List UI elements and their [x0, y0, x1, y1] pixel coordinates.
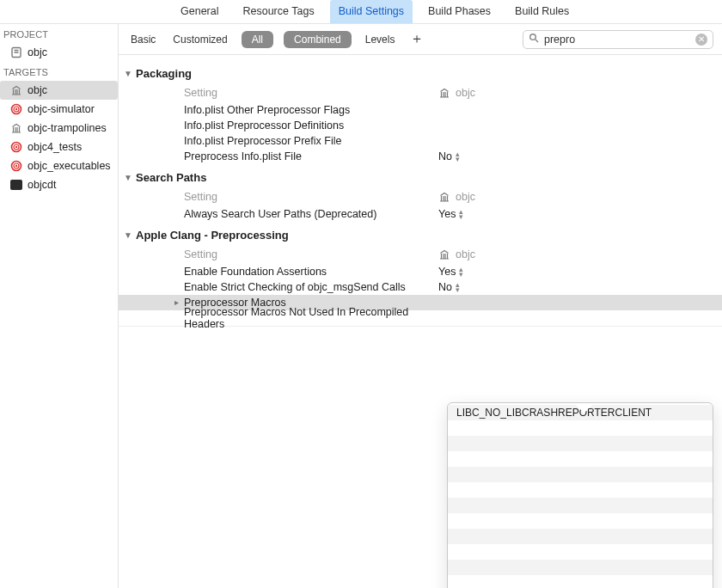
target-label: objcdt: [28, 179, 56, 191]
target-item-objc-simulator[interactable]: objc-simulator: [0, 100, 118, 119]
setting-row[interactable]: Info.plist Preprocessor Definitions: [119, 118, 722, 133]
macro-row[interactable]: [448, 451, 713, 467]
target-icon: [10, 141, 22, 153]
setting-name: Enable Strict Checking of objc_msgSend C…: [184, 281, 438, 293]
project-item-label: objc: [28, 46, 47, 58]
scope-seg-all: All: [242, 31, 273, 48]
project-section-header: PROJECT: [0, 24, 118, 43]
target-item-objcdt[interactable]: objcdt: [0, 175, 118, 194]
stepper-icon: ▴▾: [456, 151, 460, 162]
stepper-icon: ▴▾: [459, 209, 463, 219]
terminal-icon: [10, 179, 22, 191]
disclosure-triangle-icon: ▼: [124, 230, 132, 240]
project-item-objc[interactable]: objc: [0, 43, 118, 62]
target-item-objc[interactable]: objc: [0, 81, 118, 100]
group-title: Packaging: [136, 67, 192, 80]
target-item-objc-executables[interactable]: objc_executables: [0, 156, 118, 175]
setting-row[interactable]: Always Search User Paths (Deprecated) Ye…: [119, 206, 722, 222]
macro-row[interactable]: [448, 436, 713, 451]
setting-value[interactable]: Yes ▴▾: [438, 208, 463, 220]
tab-build-rules[interactable]: Build Rules: [506, 0, 578, 23]
editor-tabs: General Resource Tags Build Settings Bui…: [0, 0, 722, 24]
group-header-clang-preprocessing[interactable]: ▼ Apple Clang - Preprocessing: [119, 222, 722, 245]
setting-row[interactable]: Preprocessor Macros Not Used In Precompi…: [119, 310, 722, 326]
setting-name: Info.plist Other Preprocessor Flags: [184, 104, 438, 116]
setting-name: Preprocess Info.plist File: [184, 150, 438, 162]
setting-name: Always Search User Paths (Deprecated): [184, 208, 438, 220]
macros-popover: LIBC_NO_LIBCRASHREPORTERCLIENT ＋: [447, 402, 713, 588]
group-title: Apple Clang - Preprocessing: [136, 229, 289, 242]
framework-icon: [10, 84, 22, 96]
search-icon: [529, 33, 539, 46]
setting-value[interactable]: Yes ▴▾: [438, 266, 463, 278]
macro-row[interactable]: [448, 560, 713, 575]
setting-row[interactable]: Preprocess Info.plist File No ▴▾: [119, 149, 722, 164]
svg-point-3: [15, 108, 17, 110]
columns-header: Setting objc: [119, 245, 722, 264]
clear-search-icon[interactable]: ✕: [695, 34, 707, 46]
column-setting: Setting: [184, 87, 438, 99]
tab-general[interactable]: General: [172, 0, 227, 23]
macros-list[interactable]: LIBC_NO_LIBCRASHREPORTERCLIENT: [448, 403, 713, 588]
target-label: objc_executables: [28, 160, 111, 172]
setting-name: Preprocessor Macros: [184, 297, 438, 309]
group-header-packaging[interactable]: ▼ Packaging: [119, 60, 722, 83]
column-target: objc: [456, 191, 475, 203]
disclosure-triangle-icon: ▼: [124, 69, 132, 78]
scope-all[interactable]: All: [242, 31, 273, 48]
svg-point-10: [530, 34, 536, 40]
svg-point-9: [15, 165, 17, 167]
setting-row[interactable]: Info.plist Preprocessor Prefix File: [119, 133, 722, 149]
search-field[interactable]: ✕: [523, 30, 713, 49]
columns-header: Setting objc: [119, 187, 722, 206]
macro-row[interactable]: [448, 467, 713, 482]
macro-row[interactable]: [448, 575, 713, 588]
framework-icon: [438, 87, 450, 99]
view-levels[interactable]: Levels: [362, 31, 399, 48]
scope-customized[interactable]: Customized: [169, 31, 230, 48]
macro-row[interactable]: [448, 498, 713, 513]
view-combined[interactable]: Combined: [284, 31, 352, 48]
stepper-icon: ▴▾: [456, 282, 460, 292]
target-item-objc-trampolines[interactable]: objc-trampolines: [0, 119, 118, 138]
columns-header: Setting objc: [119, 83, 722, 102]
targets-section-header: TARGETS: [0, 62, 118, 81]
tab-build-phases[interactable]: Build Phases: [419, 0, 499, 23]
view-seg: Combined: [284, 31, 352, 48]
macro-row[interactable]: [448, 529, 713, 544]
tab-resource-tags[interactable]: Resource Tags: [234, 0, 322, 23]
setting-name: Enable Foundation Assertions: [184, 266, 438, 278]
setting-value[interactable]: No ▴▾: [438, 150, 460, 162]
target-label: objc4_tests: [28, 141, 82, 153]
setting-row[interactable]: Enable Strict Checking of objc_msgSend C…: [119, 279, 722, 295]
setting-value[interactable]: No ▴▾: [438, 281, 460, 293]
column-setting: Setting: [184, 191, 438, 203]
framework-icon: [438, 248, 450, 260]
macro-row[interactable]: [448, 420, 713, 436]
macro-row[interactable]: [448, 513, 713, 529]
setting-row-preprocessor-macros[interactable]: Preprocessor Macros: [119, 295, 722, 310]
setting-name: Info.plist Preprocessor Definitions: [184, 119, 438, 132]
target-label: objc-simulator: [28, 103, 95, 115]
svg-point-6: [15, 146, 17, 148]
disclosure-triangle-icon: ▼: [124, 173, 132, 182]
target-item-objc4-tests[interactable]: objc4_tests: [0, 138, 118, 156]
macro-row[interactable]: LIBC_NO_LIBCRASHREPORTERCLIENT: [448, 405, 713, 420]
add-button[interactable]: ＋: [408, 31, 425, 48]
framework-icon: [10, 122, 22, 134]
setting-row[interactable]: Enable Foundation Assertions Yes ▴▾: [119, 264, 722, 279]
setting-row[interactable]: Info.plist Other Preprocessor Flags: [119, 102, 722, 118]
group-header-search-paths[interactable]: ▼ Search Paths: [119, 164, 722, 187]
framework-icon: [438, 191, 450, 203]
macro-row[interactable]: [448, 544, 713, 560]
tab-build-settings[interactable]: Build Settings: [330, 0, 413, 23]
column-setting: Setting: [184, 248, 438, 260]
column-target: objc: [456, 248, 475, 260]
target-label: objc: [28, 84, 47, 96]
column-target: objc: [456, 87, 475, 99]
macro-row[interactable]: [448, 482, 713, 498]
build-settings-table: ▼ Packaging Setting objc Info.plist Othe…: [119, 55, 722, 588]
scope-basic[interactable]: Basic: [127, 31, 159, 48]
target-icon: [10, 103, 22, 115]
search-input[interactable]: [542, 33, 692, 46]
